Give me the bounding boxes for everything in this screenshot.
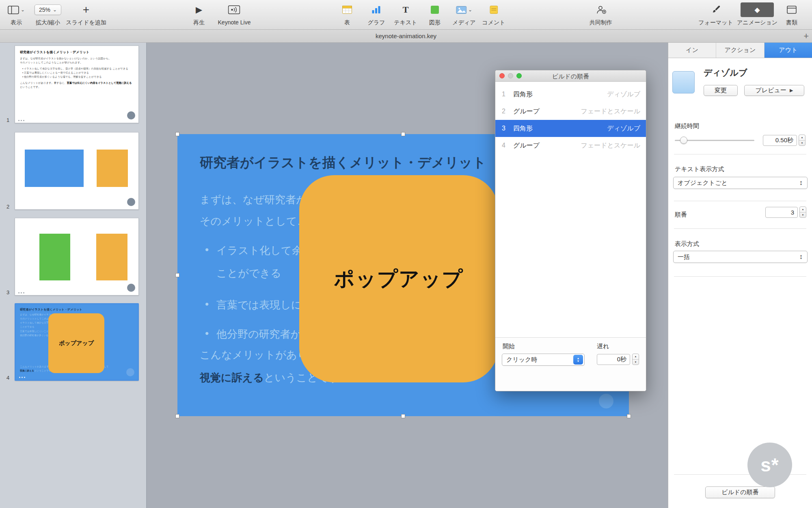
text-icon: T — [403, 4, 409, 15]
tab-build-in[interactable]: イン — [668, 43, 716, 58]
close-button[interactable] — [499, 73, 505, 78]
slide-number: 2 — [6, 204, 9, 210]
duration-label: 継続時間 — [675, 122, 699, 130]
slide-footer-circle — [127, 284, 135, 292]
slide-number: 4 — [6, 375, 9, 381]
keynote-window: ⌄ 表示 25% ⌄ 拡大/縮小 + スライドを追加 ▶ 再生 — [0, 0, 812, 508]
animate-inspector: イン アクション アウト ディゾルブ 変更 プレビュー ▶ 継続時間 0.50秒… — [668, 43, 812, 508]
format-button[interactable]: フォーマット — [698, 2, 733, 26]
order-stepper[interactable]: ▲ ▼ — [799, 206, 806, 218]
slide-thumbnail-4-selected[interactable]: 研究者がイラストを描くメリット・デメリット まずは、なぜ研究者がイラストを描かな… — [15, 303, 139, 381]
start-dropdown[interactable]: クリック時 ▲▼ — [502, 354, 585, 366]
build-order-list: 1 四角形 ディゾルブ 2 グループ フェードとスケール 3 四角形 ディゾルブ… — [495, 82, 646, 337]
text-delivery-dropdown[interactable]: オブジェクトごと ▲▼ — [673, 177, 808, 189]
media-label: メディア — [452, 19, 475, 26]
table-button[interactable]: 表 — [342, 2, 352, 26]
build-order-button[interactable]: ビルドの順番 — [705, 486, 775, 498]
zoom-control[interactable]: 25% ⌄ 拡大/縮小 — [35, 2, 61, 26]
build-row-4[interactable]: 4 グループ フェードとスケール — [495, 137, 646, 154]
fullscreen-button[interactable] — [516, 73, 522, 78]
bullet-icon: • — [205, 327, 209, 340]
keynote-live-button[interactable]: Keynote Live — [218, 2, 251, 26]
add-tab-button[interactable]: + — [803, 31, 809, 41]
slide-thumbnail-2[interactable] — [15, 132, 139, 210]
animate-button[interactable]: ◆ アニメーション — [737, 2, 777, 26]
slide-thumbnail-1[interactable]: 研究者がイラストを描くメリット・デメリット まずは、なぜ研究者がイラストを描かな… — [15, 46, 139, 123]
thumb-title: 研究者がイラストを描くメリット・デメリット — [16, 304, 138, 313]
stepper-up-icon[interactable]: ▲ — [799, 135, 805, 141]
duration-slider-knob[interactable] — [680, 137, 687, 144]
stepper-down-icon[interactable]: ▼ — [799, 141, 805, 146]
zoom-dropdown[interactable]: 25% ⌄ — [35, 4, 61, 15]
selection-handle-bottom-left[interactable] — [175, 414, 179, 418]
duration-field[interactable]: 0.50秒 — [763, 135, 797, 146]
selection-handle-bottom-right[interactable] — [627, 414, 631, 418]
format-brush-icon — [711, 5, 721, 15]
build-row-3-selected[interactable]: 3 四角形 ディゾルブ — [495, 120, 646, 137]
play-button[interactable]: ▶ 再生 — [193, 2, 205, 26]
add-slide-button[interactable]: + スライドを追加 — [66, 2, 106, 26]
selection-handle-top-center[interactable] — [401, 132, 405, 136]
divider — [674, 154, 806, 154]
view-button[interactable]: ⌄ 表示 — [8, 2, 25, 26]
watermark-badge: s* — [747, 443, 792, 487]
slide-row-3: 3 — [6, 218, 140, 295]
tab-action[interactable]: アクション — [716, 43, 764, 58]
delay-stepper[interactable]: ▲ ▼ — [632, 354, 639, 365]
slide-number: 3 — [6, 289, 9, 295]
selection-handle-bottom-center[interactable] — [401, 414, 405, 418]
stepper-up-icon[interactable]: ▲ — [633, 354, 639, 360]
text-label: テキスト — [394, 19, 417, 26]
slide-bullet-continuation: ことができる — [216, 266, 281, 280]
comment-label: コメント — [482, 19, 505, 26]
stepper-up-icon[interactable]: ▲ — [800, 207, 806, 213]
text-delivery-label: テキスト表示方式 — [675, 165, 724, 173]
media-icon — [456, 6, 466, 14]
table-icon — [342, 6, 352, 14]
dropdown-stepper-icon: ▲▼ — [796, 252, 806, 262]
popup-shape-thumbnail: ポップアップ — [48, 313, 104, 373]
keynote-live-icon — [228, 5, 240, 14]
play-icon: ▶ — [790, 88, 793, 93]
comment-button[interactable]: コメント — [482, 2, 505, 26]
selection-handle-top-left[interactable] — [175, 132, 179, 136]
build-order-title: ビルドの順番 — [552, 73, 589, 80]
thumb-bullet: • イラスト化して余計な文字を排し、受け手（読者や聴衆）の負担を軽減する ことが… — [22, 67, 134, 71]
slide-thumbnail-3[interactable] — [15, 218, 139, 295]
add-slide-label: スライドを追加 — [66, 19, 106, 26]
duration-stepper[interactable]: ▲ ▼ — [799, 135, 806, 146]
tab-build-out[interactable]: アウト — [764, 43, 812, 58]
build-order-titlebar[interactable]: ビルドの順番 — [495, 70, 646, 82]
order-field[interactable]: 3 — [765, 207, 798, 218]
slide-footer-circle — [599, 394, 613, 408]
minimize-button[interactable] — [508, 73, 513, 78]
effect-preview-button[interactable]: プレビュー ▶ — [744, 85, 804, 96]
collaborate-button[interactable]: 共同制作 — [590, 2, 612, 26]
slide-canvas: 研究者がイラストを描くメリット・デメリット まずは、なぜ研究者がイラストを描かな… — [147, 43, 668, 508]
delivery-dropdown[interactable]: 一括 ▲▼ — [673, 251, 808, 263]
selection-handle-mid-left[interactable] — [175, 273, 179, 277]
order-label: 順番 — [675, 211, 687, 219]
zoom-label: 拡大/縮小 — [36, 19, 60, 26]
document-button[interactable]: 書類 — [786, 2, 797, 26]
change-effect-button[interactable]: 変更 — [704, 85, 738, 96]
delay-field[interactable]: 0秒 — [597, 354, 630, 365]
format-label: フォーマット — [698, 19, 733, 26]
build-row-1[interactable]: 1 四角形 ディゾルブ — [495, 86, 646, 103]
effect-preview-swatch — [672, 71, 695, 93]
build-row-2[interactable]: 2 グループ フェードとスケール — [495, 103, 646, 120]
text-button[interactable]: T テキスト — [394, 2, 417, 26]
slide-footer-circle — [126, 368, 134, 376]
shape-button[interactable]: 図形 — [429, 2, 441, 26]
slide-title: 研究者がイラストを描くメリット・デメリット — [200, 154, 486, 172]
play-label: 再生 — [193, 19, 205, 26]
toolbar: ⌄ 表示 25% ⌄ 拡大/縮小 + スライドを追加 ▶ 再生 — [0, 0, 812, 30]
bullet-icon: • — [205, 243, 209, 256]
popup-shape[interactable]: ポップアップ — [299, 175, 498, 382]
media-button[interactable]: ⌄ メディア — [452, 2, 475, 26]
comment-icon — [490, 6, 498, 14]
chart-button[interactable]: グラフ — [368, 2, 385, 26]
chevron-down-icon: ⌄ — [21, 8, 25, 12]
stepper-down-icon[interactable]: ▼ — [633, 360, 639, 365]
stepper-down-icon[interactable]: ▼ — [800, 213, 806, 218]
